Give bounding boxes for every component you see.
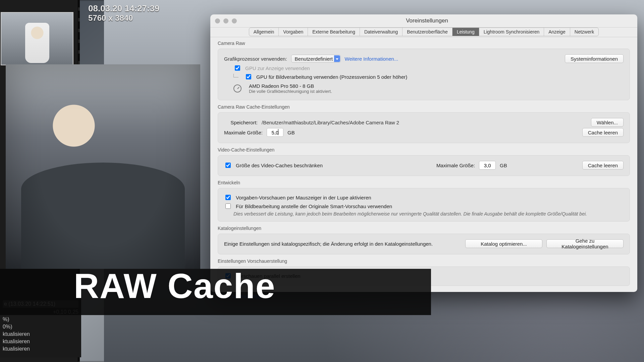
prefs-tabbar: Allgemein Vorgaben Externe Bearbeitung D… (210, 27, 637, 37)
section-camera-raw-heading: Camera Raw (218, 41, 630, 46)
gpu-status: Die volle Grafikbeschleunigung ist aktiv… (249, 89, 332, 94)
video-maxsize-label: Maximale Größe: (436, 163, 475, 168)
section-develop: Vorgaben-Vorschauen per Mauszeiger in de… (218, 188, 630, 222)
cache-maxsize-label: Maximale Größe: (224, 130, 263, 135)
cache-choose-button[interactable]: Wählen... (591, 118, 624, 127)
gpu-process-label: GPU für Bildverarbeitung verwenden (Proz… (256, 74, 407, 80)
history-item[interactable]: ktualisieren (3, 331, 78, 337)
history-item[interactable]: ktualisieren (3, 346, 78, 352)
tab-allgemein[interactable]: Allgemein (249, 28, 279, 36)
gpu-process-checkbox[interactable] (246, 74, 251, 79)
section-video-cache: Größe des Video-Caches beschränken Maxim… (218, 155, 630, 176)
tab-sync[interactable]: Lightroom Synchronisieren (479, 28, 544, 36)
tab-netzwerk[interactable]: Netzwerk (570, 28, 598, 36)
goto-catalog-settings-button[interactable]: Gehe zu Katalogeinstellungen (546, 239, 624, 248)
hud-dimensions: 5760 x 3840 (88, 13, 133, 23)
close-icon[interactable] (215, 18, 220, 23)
window-title: Voreinstellungen (237, 17, 617, 24)
optimize-catalog-button[interactable]: Katalog optimieren... (465, 239, 542, 248)
section-video-cache-heading: Video-Cache-Einstellungen (218, 147, 630, 153)
loupe-preview-checkbox[interactable] (225, 195, 231, 200)
gpu-select-label: Grafikprozessor verwenden: (224, 56, 287, 62)
system-info-button[interactable]: Systeminformationen (565, 54, 624, 63)
section-catalog: Einige Einstellungen sind katalogspezifi… (218, 234, 630, 254)
smart-preview-checkbox[interactable] (225, 203, 231, 209)
section-previews-heading: Einstellungen Vorschauerstellung (218, 258, 630, 264)
loupe-preview-label: Vorgaben-Vorschauen per Mauszeiger in de… (236, 195, 371, 200)
preferences-window: Voreinstellungen Allgemein Vorgaben Exte… (210, 14, 637, 292)
cache-maxsize-input[interactable] (267, 128, 283, 137)
lower-third-band: RAW Cache (0, 269, 431, 315)
tab-dateiverwaltung[interactable]: Dateiverwaltung (360, 28, 402, 36)
minimize-icon[interactable] (223, 18, 228, 23)
tab-anzeige[interactable]: Anzeige (544, 28, 570, 36)
traffic-lights (215, 18, 237, 23)
gpu-display-checkbox[interactable] (235, 65, 240, 71)
tab-externe[interactable]: Externe Bearbeitung (308, 28, 360, 36)
gpu-more-info-link[interactable]: Weitere Informationen... (345, 56, 398, 62)
gpu-select-wrap[interactable]: Benutzerdefiniert (291, 55, 341, 63)
video-limit-label: Größe des Video-Caches beschränken (236, 163, 323, 168)
titlebar[interactable]: Voreinstellungen (210, 14, 637, 27)
history-item[interactable]: ktualisieren (3, 339, 78, 345)
section-camera-raw: Grafikprozessor verwenden: Benutzerdefin… (218, 49, 630, 100)
hud-timestamp: 08.03.20 14:27:39 (88, 3, 160, 14)
smart-preview-label: Für Bildbearbeitung anstelle der Origina… (236, 203, 392, 209)
webcam-figure (21, 163, 184, 269)
smart-preview-note: Dies verbessert die Leistung, kann jedoc… (233, 211, 624, 217)
gauge-icon (233, 84, 241, 93)
tree-connector-icon (233, 74, 238, 77)
history-item: %) (3, 316, 78, 322)
cache-unit: GB (287, 130, 295, 135)
webcam-overlay (6, 64, 200, 269)
gpu-select[interactable]: Benutzerdefiniert (291, 55, 341, 63)
tab-leistung[interactable]: Leistung (452, 28, 479, 36)
zoom-icon[interactable] (232, 18, 237, 23)
video-purge-button[interactable]: Cache leeren (582, 161, 624, 170)
section-raw-cache-heading: Camera Raw Cache-Einstellungen (218, 104, 630, 110)
history-item: 0%) (3, 324, 78, 330)
thumbnail-figure (25, 23, 49, 63)
lower-third-title: RAW Cache (74, 266, 276, 306)
cache-location-label: Speicherort: (224, 120, 258, 125)
text-caret-icon (278, 129, 278, 135)
prefs-tabs: Allgemein Vorgaben Externe Bearbeitung D… (249, 27, 599, 36)
video-limit-checkbox[interactable] (225, 163, 231, 168)
prefs-body: Camera Raw Grafikprozessor verwenden: Be… (218, 40, 630, 287)
section-catalog-heading: Katalogeinstellungen (218, 226, 630, 231)
video-unit: GB (500, 163, 507, 168)
gpu-name: AMD Radeon Pro 580 - 8 GB (249, 83, 332, 89)
catalog-text: Einige Einstellungen sind katalogspezifi… (224, 241, 433, 247)
navigator-thumbnail[interactable] (1, 12, 73, 65)
cache-purge-button[interactable]: Cache leeren (582, 128, 624, 137)
section-develop-heading: Entwickeln (218, 180, 630, 185)
tab-benutzer[interactable]: Benutzeroberfläche (402, 28, 452, 36)
tab-vorgaben[interactable]: Vorgaben (279, 28, 308, 36)
gpu-display-label: GPU zur Anzeige verwenden (245, 65, 310, 71)
video-maxsize-input[interactable] (479, 161, 496, 170)
section-raw-cache: Speicherort: /Benutzer/matthiasbutz/Libr… (218, 112, 630, 143)
cache-location-path: /Benutzer/matthiasbutz/Library/Caches/Ad… (262, 120, 399, 125)
